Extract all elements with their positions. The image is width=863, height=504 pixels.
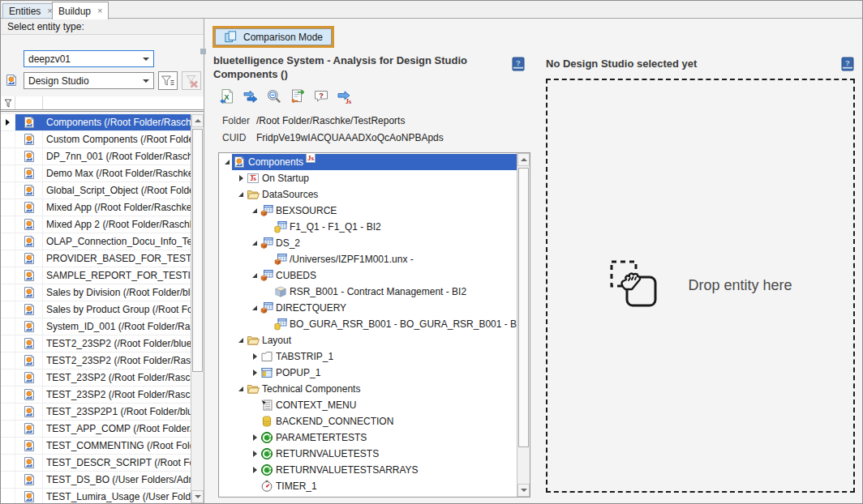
help-book-icon[interactable]: ? <box>511 57 526 71</box>
entity-list-item[interactable]: Mixed App 2 (/Root Folder/Raschke/D <box>1 216 191 233</box>
entity-label: TEST_DS_BO (/User Folders/Administ <box>43 474 191 485</box>
focus-cell <box>1 352 15 369</box>
refresh-document-button[interactable] <box>290 88 306 105</box>
tree-item[interactable]: PARAMETERTESTS <box>219 429 517 446</box>
entity-list-item[interactable]: Custom Components (/Root Folder/Ra <box>1 131 191 148</box>
tree-expander-icon[interactable] <box>250 369 260 376</box>
tree-expander-icon[interactable] <box>250 467 260 473</box>
entity-list-item[interactable]: Mixed App (/Root Folder/Raschke/De <box>1 199 191 216</box>
entity-list-item[interactable]: Components (/Root Folder/Raschke/T <box>1 114 191 131</box>
app-icon <box>23 456 36 469</box>
tree-item[interactable]: TIMER_1 <box>219 478 517 494</box>
tree-expander-icon[interactable] <box>250 241 260 246</box>
tree-item[interactable]: TABSTRIP_1 <box>219 348 517 365</box>
entity-list-item[interactable]: PROVIDER_BASED_FOR_TESTING (/R <box>1 250 191 267</box>
tree-item[interactable]: F1_Q1 - F1_Q1 - BI2 <box>219 219 517 235</box>
entity-list-item[interactable]: Global_Script_Object (/Root Folder/R <box>1 182 191 199</box>
scroll-down-icon[interactable] <box>517 484 530 497</box>
tree-item-label: RETURNVALUETESTSARRAYS <box>273 464 421 476</box>
entity-list-item[interactable]: TEST_DESCR_SCRIPT (/Root Folder/R <box>1 455 191 472</box>
scroll-up-icon[interactable] <box>517 153 530 166</box>
app-icon <box>23 405 36 418</box>
clear-filter-button[interactable] <box>182 71 201 90</box>
tree-item[interactable]: POPUP_1 <box>219 365 517 381</box>
filter-cell[interactable] <box>15 96 43 109</box>
tree-expander-icon[interactable] <box>222 160 232 164</box>
tree-expander-icon[interactable] <box>236 192 246 197</box>
list-filter-row[interactable] <box>1 96 204 112</box>
tree-expander-icon[interactable] <box>236 338 246 343</box>
tree-expander-icon[interactable] <box>250 305 260 310</box>
focus-cell <box>1 421 15 437</box>
entity-list-item[interactable]: TEST_APP_COMP (/Root Folder/bluet <box>1 421 191 438</box>
tab-bar: Entities × Buildup × <box>1 1 862 19</box>
scroll-up-icon[interactable] <box>191 114 204 127</box>
js-export-button[interactable]: Js <box>337 88 353 105</box>
tree-item[interactable]: DS_2 <box>219 235 517 251</box>
entity-list-item[interactable]: Demo Max (/Root Folder/Raschke) <box>1 165 191 182</box>
tree-expander-icon[interactable] <box>250 273 260 278</box>
tree-item[interactable]: DIRECTQUERY <box>219 300 517 316</box>
zoom-out-button[interactable] <box>266 88 282 105</box>
tab-buildup-label: Buildup <box>58 6 91 17</box>
help-bubble-button[interactable]: ? <box>313 88 329 105</box>
tree-expander-icon[interactable] <box>236 175 246 182</box>
tab-buildup[interactable]: Buildup × <box>52 2 109 19</box>
tab-buildup-close-icon[interactable]: × <box>97 6 102 15</box>
transfer-button[interactable] <box>243 88 259 105</box>
tree-expander-icon[interactable] <box>236 387 246 391</box>
tree-item[interactable]: Layout <box>219 332 517 348</box>
scrollbar-thumb[interactable] <box>518 168 529 447</box>
entity-list-item[interactable]: TEST_23SP2 (/Root Folder/Raschke/D <box>1 369 191 387</box>
tree-item[interactable]: CUBEDS <box>219 267 517 284</box>
entity-list-item[interactable]: DP_7nn_001 (/Root Folder/Raschke/T <box>1 148 191 165</box>
entity-list-item[interactable]: TEST_23SP2P1 (/Root Folder/bluetelli <box>1 404 191 421</box>
entity-list-scrollbar[interactable] <box>191 114 204 503</box>
tree-item[interactable]: RETURNVALUETESTSARRAYS <box>219 462 517 478</box>
system-dropdown-value: deepzv01 <box>28 53 140 65</box>
tree-item[interactable]: BO_GURA_RSR_B001 - BO_GURA_RSR_B001 - BI… <box>219 316 517 332</box>
tree-item[interactable]: CONTEXT_MENU <box>219 397 517 413</box>
entity-list-item[interactable]: OLAP_Connection_Docu_Info_Test (/ <box>1 233 191 250</box>
entity-dropzone[interactable]: Drop entity here <box>546 79 855 493</box>
scrollbar-thumb[interactable] <box>192 129 203 372</box>
tree-item[interactable]: JsOn Startup <box>219 170 517 186</box>
entity-list-item[interactable]: Sales by Division (/Root Folder/bluete <box>1 284 191 301</box>
focus-cell <box>1 472 15 488</box>
entity-list-item[interactable]: TEST_Lumira_Usage (/User Folders/A <box>1 489 191 503</box>
tree-item[interactable]: BACKEND_CONNECTION <box>219 413 517 429</box>
app-icon <box>23 235 36 248</box>
tree-expander-icon[interactable] <box>250 451 260 457</box>
comparison-mode-button[interactable]: Comparison Mode <box>213 26 334 48</box>
excel-export-button[interactable]: X <box>219 88 235 105</box>
entity-list-item[interactable]: SAMPLE_REPORT_FOR_TESTING_M ( <box>1 267 191 284</box>
entity-list-item[interactable]: TEST_COMMENTING (/Root Folder/bl <box>1 438 191 455</box>
tree-expander-icon[interactable] <box>250 434 260 441</box>
tree-expander-icon[interactable] <box>250 353 260 360</box>
tree-item[interactable]: /Universes/IZPF1M001.unx - <box>219 251 517 267</box>
tree-item[interactable]: RETURNVALUETESTS <box>219 446 517 462</box>
tree-item[interactable]: Technical Components <box>219 381 517 397</box>
scroll-down-icon[interactable] <box>191 490 204 503</box>
tree-item[interactable]: BEXSOURCE <box>219 203 517 219</box>
app-icon <box>23 150 36 163</box>
tree-expander-icon[interactable] <box>250 208 260 213</box>
tree-item[interactable]: ComponentsJs <box>219 154 517 170</box>
entity-list-item[interactable]: TEST_DS_BO (/User Folders/Administ <box>1 472 191 489</box>
entity-list-item[interactable]: TEST2_23SP2 (/Root Folder/bluetellig <box>1 335 191 352</box>
entity-type-dropdown[interactable]: Design Studio <box>24 72 154 89</box>
system-dropdown[interactable]: deepzv01 <box>24 50 154 67</box>
entity-list-item[interactable]: System_ID_001 (/Root Folder/Raschk <box>1 318 191 335</box>
help-book-icon[interactable]: ? <box>840 57 855 71</box>
tree-item[interactable]: RSR_B001 - Contract Management - BI2 <box>219 284 517 300</box>
tab-entities[interactable]: Entities × <box>2 3 59 19</box>
entity-list-item[interactable]: TEST2_23SP2 (/Root Folder/Raschke, <box>1 352 191 369</box>
entity-list-item[interactable]: Sales by Product Group (/Root Folder <box>1 301 191 318</box>
entity-label: PROVIDER_BASED_FOR_TESTING (/R <box>43 253 191 264</box>
splitter-handle[interactable] <box>200 49 206 54</box>
tree-item[interactable]: DataSources <box>219 186 517 203</box>
entity-list-item[interactable]: TEST_23SP2 (/Root Folder/Raschke/L <box>1 387 191 404</box>
filter-button[interactable] <box>158 71 178 90</box>
tree-scrollbar[interactable] <box>517 153 530 497</box>
folder-row: Folder /Root Folder/Raschke/TestReports <box>222 115 405 126</box>
